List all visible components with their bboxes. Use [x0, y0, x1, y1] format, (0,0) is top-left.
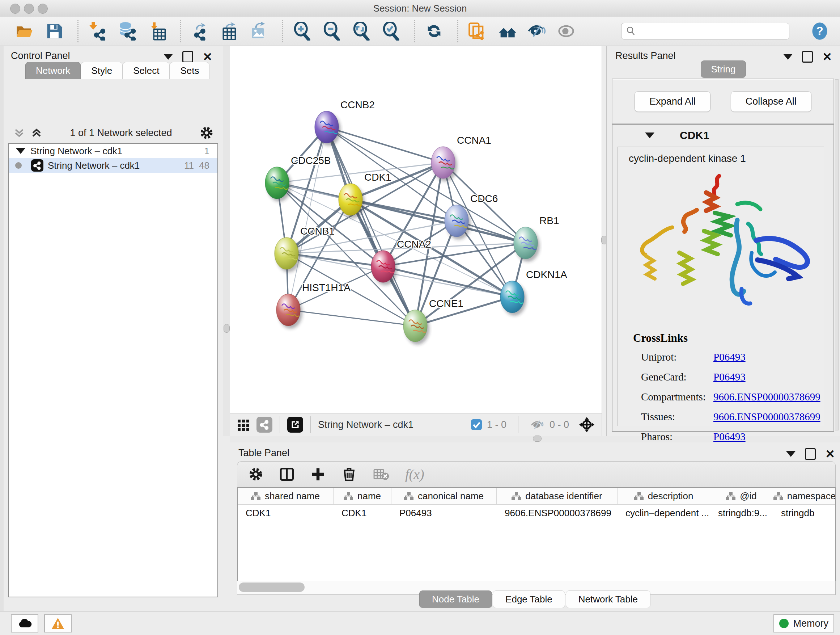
column-header--id[interactable]: @id — [710, 488, 773, 504]
divider-handle[interactable] — [533, 435, 542, 442]
birds-eye-view-icon[interactable] — [287, 417, 303, 432]
table-panel-collapse-icon[interactable] — [786, 451, 796, 457]
add-column-icon[interactable] — [310, 467, 325, 482]
entry-collapse-icon[interactable] — [645, 133, 654, 138]
network-edge[interactable] — [327, 127, 415, 326]
network-collection-row[interactable]: String Network – cdk1 1 — [9, 144, 218, 158]
search-input[interactable] — [636, 26, 785, 36]
tab-string[interactable]: String — [701, 60, 746, 78]
column-type-icon — [344, 492, 353, 500]
column-header-namespace[interactable]: namespace — [773, 488, 836, 504]
show-columns-icon[interactable] — [279, 467, 294, 482]
network-edge-count: 48 — [199, 160, 218, 171]
export-table-icon[interactable] — [220, 22, 239, 41]
column-header-canonical-name[interactable]: canonical name — [392, 488, 497, 504]
network-row-label: String Network – cdk1 — [48, 160, 140, 171]
cloud-status-button[interactable] — [11, 614, 38, 632]
column-header-name[interactable]: name — [333, 488, 392, 504]
warnings-button[interactable] — [44, 614, 72, 632]
crosslink-link[interactable]: P06493 — [714, 431, 745, 443]
crosslink-link[interactable]: P06493 — [714, 371, 745, 383]
expand-all-button[interactable]: Expand All — [635, 91, 711, 112]
column-header-shared-name[interactable]: shared name — [238, 488, 333, 504]
show-all-icon[interactable] — [557, 22, 576, 41]
import-table-file-icon[interactable] — [147, 22, 166, 41]
network-selection-status: 1 of 1 Network selected — [43, 127, 199, 139]
grid-mode-icon[interactable] — [236, 417, 251, 432]
results-entry-cdk1: CDK1 cyclin-dependent kinase 1 — [612, 124, 834, 432]
function-builder-icon[interactable]: f(x) — [405, 466, 424, 482]
entry-description: cyclin-dependent kinase 1 — [618, 147, 824, 165]
table-panel-float-icon[interactable] — [805, 448, 816, 460]
node-label: CCNB1 — [300, 226, 335, 237]
control-panel-close-icon[interactable]: ✕ — [202, 52, 212, 62]
table-row[interactable]: CDK1CDK1P064939606.ENSP00000378699cyclin… — [238, 505, 835, 521]
table-cell[interactable]: 9606.ENSP00000378699 — [497, 505, 617, 521]
network-edge[interactable] — [327, 127, 526, 243]
column-header-database-identifier[interactable]: database identifier — [497, 488, 617, 504]
table-cell[interactable]: CDK1 — [238, 505, 333, 521]
hide-selected-icon[interactable] — [527, 22, 546, 41]
results-panel: Results Panel ✕ String Expand All Collap… — [606, 46, 840, 436]
table-panel-close-icon[interactable]: ✕ — [825, 449, 835, 459]
first-neighbors-icon[interactable] — [497, 22, 516, 41]
crosslink-link[interactable]: 9606.ENSP00000378699 — [714, 411, 821, 423]
delete-table-icon[interactable] — [373, 467, 389, 481]
network-view-icon[interactable] — [256, 417, 272, 432]
help-icon[interactable]: ? — [810, 22, 829, 41]
zoom-selected-icon[interactable] — [382, 22, 401, 41]
control-panel-float-icon[interactable] — [182, 51, 193, 63]
zoom-out-icon[interactable] — [322, 22, 341, 41]
collapse-all-button[interactable]: Collapse All — [731, 91, 812, 112]
collapse-all-icon[interactable] — [13, 127, 25, 139]
network-canvas[interactable]: CCNB2CCNA1CDC25BCDK1CDC6RB1CCNB1CCNA2CDK… — [230, 46, 602, 413]
node-label: CCNE1 — [429, 298, 463, 309]
tab-node-table[interactable]: Node Table — [419, 591, 492, 608]
tab-style[interactable]: Style — [81, 62, 123, 79]
import-network-file-icon[interactable] — [88, 22, 107, 41]
export-network-icon[interactable] — [190, 22, 209, 41]
open-session-icon[interactable] — [15, 22, 34, 41]
panel-divider[interactable] — [602, 46, 607, 436]
tab-network-table[interactable]: Network Table — [566, 591, 651, 608]
selected-checkbox-icon[interactable] — [470, 418, 483, 431]
results-panel-collapse-icon[interactable] — [783, 54, 793, 60]
divider-handle[interactable] — [224, 324, 230, 333]
expand-all-icon[interactable] — [30, 127, 43, 139]
tab-edge-table[interactable]: Edge Table — [493, 591, 565, 608]
tab-network[interactable]: Network — [25, 62, 81, 79]
table-cell[interactable]: P06493 — [392, 505, 497, 521]
zoom-fit-icon[interactable] — [352, 22, 371, 41]
network-options-gear-icon[interactable] — [199, 126, 214, 140]
table-cell[interactable]: stringdb:9... — [710, 505, 773, 521]
column-header-description[interactable]: description — [617, 488, 710, 504]
table-cell[interactable]: cyclin–dependent ... — [617, 505, 710, 521]
results-scrollbar[interactable] — [835, 79, 838, 431]
save-session-icon[interactable] — [45, 22, 64, 41]
table-settings-gear-icon[interactable] — [248, 467, 264, 482]
network-edge[interactable] — [288, 310, 415, 326]
table-cell[interactable]: CDK1 — [333, 505, 392, 521]
toolbar-separator — [457, 20, 458, 42]
tab-sets[interactable]: Sets — [170, 62, 210, 79]
control-panel-collapse-icon[interactable] — [164, 54, 173, 60]
table-cell[interactable]: stringdb — [773, 505, 836, 521]
import-network-database-icon[interactable] — [118, 22, 136, 41]
collection-expand-icon[interactable] — [16, 148, 25, 154]
crosslink-link[interactable]: 9606.ENSP00000378699 — [714, 391, 821, 403]
refresh-view-icon[interactable] — [425, 22, 444, 41]
delete-column-icon[interactable] — [341, 467, 357, 482]
memory-button[interactable]: Memory — [774, 614, 834, 632]
export-image-icon[interactable] — [249, 22, 268, 41]
fit-content-crosshair-icon[interactable] — [578, 416, 595, 433]
panel-divider[interactable] — [223, 46, 230, 436]
zoom-in-icon[interactable] — [293, 22, 311, 41]
network-row-selected[interactable]: String Network – cdk1 11 48 — [9, 158, 218, 173]
memory-label: Memory — [793, 618, 829, 629]
duplicate-network-icon[interactable] — [468, 22, 486, 41]
crosslink-link[interactable]: P06493 — [714, 351, 745, 363]
network-edge[interactable] — [327, 127, 443, 163]
window-title: Session: New Session — [0, 3, 840, 14]
toolbar-search-box[interactable] — [621, 23, 789, 40]
tab-select[interactable]: Select — [123, 62, 170, 79]
